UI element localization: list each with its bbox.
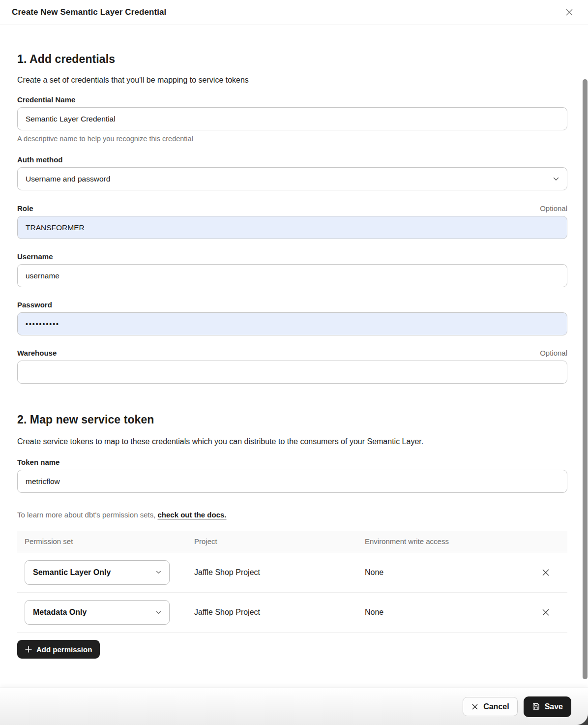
modal-footer: Cancel Save	[0, 688, 588, 725]
scrollbar-thumb[interactable]	[583, 79, 588, 679]
auth-method-select[interactable]: Username and password	[17, 167, 567, 190]
section2-description: Create service tokens to map to these cr…	[17, 437, 567, 446]
chevron-down-icon	[553, 177, 559, 181]
username-input[interactable]	[17, 264, 567, 287]
table-row: Semantic Layer Only Jaffle Shop Project …	[17, 552, 567, 592]
permission-set-select-1[interactable]: Semantic Layer Only	[25, 560, 170, 585]
warehouse-input[interactable]	[17, 361, 567, 384]
add-permission-label: Add permission	[36, 645, 92, 654]
cancel-x-icon	[471, 703, 479, 711]
cancel-label: Cancel	[483, 702, 509, 711]
header-project: Project	[187, 537, 357, 545]
password-input[interactable]	[17, 312, 567, 335]
cancel-button[interactable]: Cancel	[463, 697, 517, 716]
project-cell: Jaffle Shop Project	[187, 608, 357, 617]
credential-name-input[interactable]	[17, 107, 567, 130]
role-label: Role	[17, 204, 33, 212]
warehouse-label: Warehouse	[17, 349, 57, 357]
permission-set-value: Semantic Layer Only	[33, 568, 111, 577]
project-cell: Jaffle Shop Project	[187, 568, 357, 577]
credential-name-label: Credential Name	[17, 95, 75, 104]
modal-title: Create New Semantic Layer Credential	[12, 7, 166, 17]
section2-heading: 2. Map new service token	[17, 413, 567, 426]
section1-heading: 1. Add credentials	[17, 53, 567, 66]
permission-set-select-2[interactable]: Metadata Only	[25, 600, 170, 625]
modal-header: Create New Semantic Layer Credential	[0, 0, 588, 25]
chevron-down-icon	[156, 571, 161, 574]
header-env-write-access: Environment write access	[357, 537, 538, 545]
auth-method-value: Username and password	[26, 175, 110, 183]
save-button[interactable]: Save	[524, 696, 571, 717]
docs-note-text: To learn more about dbt's permission set…	[17, 511, 158, 519]
save-floppy-icon	[532, 702, 540, 711]
env-write-access-cell: None	[357, 568, 538, 577]
permissions-table: Permission set Project Environment write…	[17, 531, 567, 633]
close-button[interactable]	[562, 5, 576, 19]
docs-note: To learn more about dbt's permission set…	[17, 511, 567, 519]
credential-name-helper: A descriptive name to help you recognize…	[17, 135, 567, 143]
auth-method-label: Auth method	[17, 155, 62, 164]
section1-description: Create a set of credentials that you'll …	[17, 76, 567, 85]
permission-set-value: Metadata Only	[33, 608, 87, 617]
table-row: Metadata Only Jaffle Shop Project None	[17, 592, 567, 632]
chevron-down-icon	[156, 611, 161, 614]
token-name-label: Token name	[17, 458, 59, 466]
role-input[interactable]	[17, 216, 567, 239]
create-credential-modal: Create New Semantic Layer Credential 1. …	[0, 0, 588, 725]
docs-link[interactable]: check out the docs.	[158, 511, 227, 519]
table-bottom-divider	[17, 632, 567, 633]
role-optional-badge: Optional	[540, 204, 567, 212]
delete-x-icon	[541, 608, 550, 617]
modal-body: 1. Add credentials Create a set of crede…	[0, 25, 588, 688]
password-label: Password	[17, 301, 52, 309]
token-name-input[interactable]	[17, 470, 567, 493]
close-icon	[564, 7, 574, 17]
plus-icon	[25, 646, 32, 653]
permissions-table-header: Permission set Project Environment write…	[17, 531, 567, 552]
add-permission-button[interactable]: Add permission	[17, 640, 100, 659]
remove-permission-button-2[interactable]	[538, 604, 554, 620]
header-permission-set: Permission set	[17, 537, 187, 545]
remove-permission-button-1[interactable]	[538, 565, 554, 580]
save-label: Save	[545, 702, 563, 711]
delete-x-icon	[541, 568, 550, 577]
env-write-access-cell: None	[357, 608, 538, 617]
warehouse-optional-badge: Optional	[540, 349, 567, 357]
username-label: Username	[17, 252, 53, 261]
